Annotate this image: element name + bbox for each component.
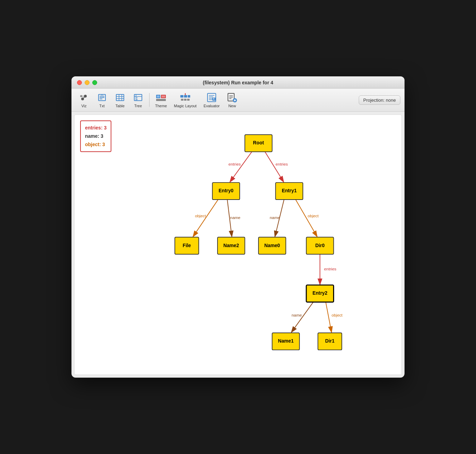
theme-button[interactable]: Theme <box>152 91 170 109</box>
svg-rect-22 <box>156 99 166 101</box>
viz-button[interactable]: Viz <box>76 91 92 109</box>
edge-label-root-entry0: entries <box>228 162 241 167</box>
edge-label-entry2-name1: name <box>292 313 302 318</box>
maximize-button[interactable] <box>92 80 97 85</box>
edge-label-dir0-entry2: entries <box>324 267 337 271</box>
node-name0-label: Name0 <box>264 243 280 248</box>
svg-rect-10 <box>116 94 124 101</box>
edge-label-entry2-dir1: object <box>332 313 343 318</box>
tree-button[interactable]: Tree <box>130 91 146 109</box>
txt-label: Txt <box>99 104 104 108</box>
magic-layout-icon <box>180 92 191 103</box>
node-dir0-label: Dir0 <box>315 243 325 248</box>
svg-rect-24 <box>162 95 165 98</box>
svg-rect-30 <box>181 99 184 101</box>
edge-label-entry1-name0: name <box>270 215 280 220</box>
txt-button[interactable]: A Txt <box>94 91 110 109</box>
content-area: entries: 3 name: 3 object: 3 <box>74 115 402 375</box>
svg-point-0 <box>81 98 84 100</box>
window: (filesystem) Run example for 4 Viz <box>71 76 405 378</box>
new-label: New <box>228 104 236 108</box>
svg-point-3 <box>80 95 82 97</box>
svg-rect-25 <box>180 95 184 98</box>
viz-label: Viz <box>81 104 86 108</box>
edge-label-entry1-dir0: object <box>308 213 319 218</box>
edge-label-root-entry1: entries <box>275 162 288 167</box>
tree-visualization: entries entries object name name object <box>75 115 401 375</box>
svg-line-2 <box>84 97 85 98</box>
node-name1-label: Name1 <box>278 338 294 344</box>
svg-rect-27 <box>188 95 190 98</box>
node-root-label: Root <box>253 140 264 145</box>
tree-svg: entries entries object name name object <box>75 115 401 375</box>
table-button[interactable]: Table <box>112 91 128 109</box>
titlebar: (filesystem) Run example for 4 <box>71 76 405 89</box>
evaluator-icon: E <box>206 92 217 103</box>
toolbar-separator-1 <box>149 93 150 107</box>
projection-button[interactable]: Projection: none <box>359 95 400 105</box>
node-file-label: File <box>183 243 191 248</box>
window-title: (filesystem) Run example for 4 <box>77 80 399 85</box>
magic-layout-label: Magic Layout <box>174 104 196 108</box>
traffic-lights <box>77 80 97 85</box>
edge-label-entry0-name2: name <box>230 215 240 220</box>
evaluator-button[interactable]: E Evaluator <box>201 91 222 109</box>
node-dir1-label: Dir1 <box>325 338 334 344</box>
svg-text:A: A <box>101 94 103 96</box>
tree-label: Tree <box>134 104 142 108</box>
edge-entry2-dir1 <box>325 300 332 333</box>
new-icon <box>227 92 238 103</box>
svg-text:E: E <box>213 98 215 100</box>
minimize-button[interactable] <box>85 80 90 85</box>
toolbar: Viz A Txt <box>71 89 405 112</box>
svg-rect-15 <box>134 94 142 101</box>
table-label: Table <box>116 104 125 108</box>
theme-label: Theme <box>155 104 167 108</box>
new-button[interactable]: New <box>224 91 240 109</box>
table-icon <box>114 92 126 103</box>
edge-label-entry0-file: object <box>195 213 206 218</box>
node-entry1-label: Entry1 <box>282 188 297 193</box>
svg-rect-26 <box>184 95 187 98</box>
theme-icon <box>155 92 167 103</box>
node-name2-label: Name2 <box>223 243 239 248</box>
node-entry0-label: Entry0 <box>219 188 233 193</box>
txt-icon: A <box>96 92 108 103</box>
node-entry2-label: Entry2 <box>313 291 328 296</box>
close-button[interactable] <box>77 80 82 85</box>
svg-rect-32 <box>187 99 189 101</box>
tree-icon <box>133 92 144 103</box>
viz-icon <box>78 92 90 103</box>
evaluator-label: Evaluator <box>204 104 220 108</box>
svg-rect-31 <box>184 99 186 101</box>
svg-rect-23 <box>157 95 160 98</box>
magic-layout-button[interactable]: Magic Layout <box>171 91 199 109</box>
